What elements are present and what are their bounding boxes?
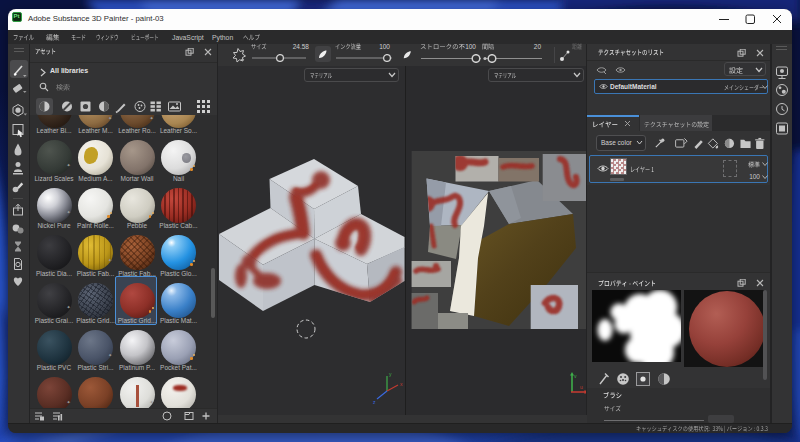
svg-text:u: u — [580, 384, 583, 390]
svg-text:v: v — [574, 373, 577, 379]
svg-text:y: y — [389, 371, 392, 377]
svg-text:x: x — [400, 381, 403, 387]
svg-text:z: z — [373, 399, 376, 405]
